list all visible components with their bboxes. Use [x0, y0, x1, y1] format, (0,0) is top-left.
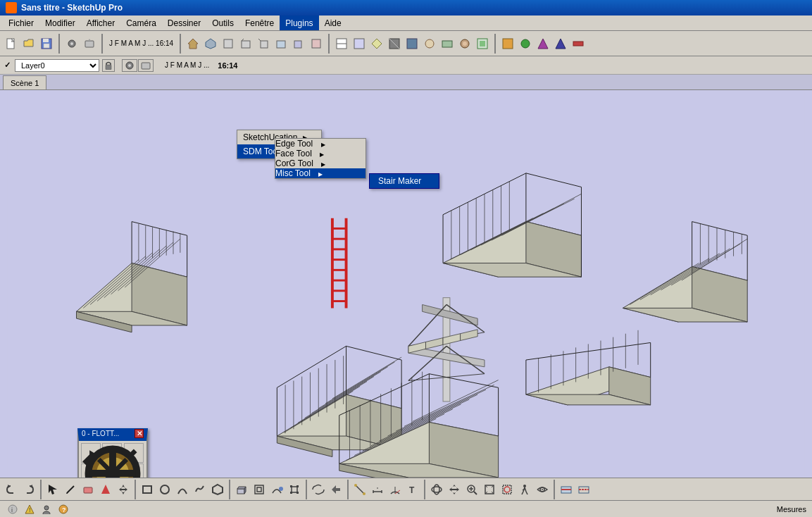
toolbar-view-iso[interactable]	[202, 35, 219, 52]
toolbar-extra-1[interactable]	[499, 35, 516, 52]
sdm-tools-submenu: Edge Tool ▶ Face Tool ▶ CorG Tool ▶ Misc…	[275, 138, 366, 179]
svg-text:T: T	[409, 485, 415, 495]
float-panel-close-btn[interactable]: ✕	[135, 429, 144, 438]
toolbar-open[interactable]	[20, 35, 37, 52]
toolbar-display-4[interactable]	[386, 35, 403, 52]
corg-tool-arrow: ▶	[321, 161, 325, 168]
menu-corg-tool[interactable]: CorG Tool ▶	[275, 158, 366, 168]
btn-scale[interactable]	[286, 481, 303, 498]
btn-lookat[interactable]	[534, 481, 551, 498]
svg-marker-8	[188, 39, 198, 49]
btn-follow[interactable]	[268, 481, 285, 498]
menu-modifier[interactable]: Modifier	[39, 15, 81, 30]
btn-camera-zoom[interactable]	[463, 481, 480, 498]
btn-undo[interactable]	[3, 481, 20, 498]
svg-marker-215	[119, 485, 127, 494]
viewport[interactable]: SketchUcation ▶ SDM Tools ▶ Edge Tool ▶ …	[0, 90, 812, 478]
menu-aide[interactable]: Aide	[319, 15, 347, 30]
toolbar-display-5[interactable]	[404, 35, 420, 52]
svg-text:?: ?	[62, 506, 66, 513]
toolbar-extra-5[interactable]	[570, 35, 587, 52]
btn-offset[interactable]	[251, 481, 268, 498]
svg-rect-219	[237, 489, 244, 494]
toolbar-camera1[interactable]	[63, 35, 80, 52]
toolbar-view-bottom[interactable]	[308, 35, 325, 52]
menu-plugins[interactable]: Plugins	[280, 15, 318, 30]
toolbar-camera2[interactable]	[81, 35, 98, 52]
menu-fichier[interactable]: Fichier	[3, 15, 39, 30]
btn-tape-measure[interactable]	[351, 481, 368, 498]
bottom-sep-7	[554, 480, 555, 499]
time-display: 16:14	[218, 61, 237, 70]
status-icons: i ! ?	[6, 502, 70, 516]
btn-paint[interactable]	[97, 481, 114, 498]
btn-pushpull[interactable]	[233, 481, 250, 498]
toolbar-display-8[interactable]	[456, 35, 473, 52]
btn-walk[interactable]	[516, 481, 533, 498]
menu-face-tool[interactable]: Face Tool ▶	[275, 149, 366, 158]
btn-redo[interactable]	[20, 481, 37, 498]
bottom-sep-5	[347, 480, 349, 499]
tab-scene1[interactable]: Scène 1	[3, 75, 46, 89]
layer-lock-btn[interactable]	[102, 59, 115, 72]
btn-camera-orbit[interactable]	[428, 481, 445, 498]
toolbar-view-home[interactable]	[185, 35, 201, 52]
toolbar-sep-1	[58, 34, 60, 54]
toolbar-display-1[interactable]	[333, 35, 350, 52]
layer-select[interactable]: Layer0	[15, 59, 99, 72]
btn-protractor[interactable]	[387, 481, 404, 498]
toolbar-display-3[interactable]	[368, 35, 385, 52]
toolbar-display-7[interactable]	[439, 35, 456, 52]
svg-point-232	[354, 484, 357, 487]
btn-polygon[interactable]	[209, 481, 226, 498]
status-help-btn[interactable]: ?	[56, 502, 70, 516]
toolbar-view-right[interactable]	[255, 35, 272, 52]
menu-dessiner[interactable]: Dessiner	[162, 15, 206, 30]
btn-flip[interactable]	[327, 481, 344, 498]
btn-rectangle[interactable]	[139, 481, 156, 498]
btn-move[interactable]	[115, 481, 132, 498]
menu-outils[interactable]: Outils	[206, 15, 239, 30]
toolbar-display-2[interactable]	[351, 35, 368, 52]
svg-rect-227	[296, 485, 299, 487]
btn-pencil[interactable]	[62, 481, 79, 498]
toolbar-cam-1[interactable]	[122, 59, 137, 72]
btn-section-display[interactable]	[575, 481, 592, 498]
btn-circle[interactable]	[156, 481, 173, 498]
menu-edge-tool[interactable]: Edge Tool ▶	[275, 139, 366, 149]
menu-camera[interactable]: Caméra	[120, 15, 162, 30]
toolbar-view-back[interactable]	[273, 35, 289, 52]
toolbar-display-6[interactable]	[421, 35, 438, 52]
menu-afficher[interactable]: Afficher	[81, 15, 120, 30]
btn-eraser[interactable]	[80, 481, 96, 498]
btn-rotate[interactable]	[310, 481, 327, 498]
status-user-btn[interactable]	[39, 502, 54, 516]
menu-stair-maker[interactable]: Stair Maker	[370, 174, 439, 188]
menu-misc-tool[interactable]: Misc Tool ▶	[275, 168, 366, 178]
btn-camera-pan[interactable]	[446, 481, 463, 498]
status-warning-btn[interactable]: !	[23, 502, 37, 516]
float-tool-panel: 0 - FLOTT... ✕	[77, 428, 148, 478]
btn-select[interactable]	[44, 481, 61, 498]
toolbar-view-front[interactable]	[237, 35, 254, 52]
toolbar-extra-4[interactable]	[552, 35, 569, 52]
toolbar-new[interactable]	[3, 35, 20, 52]
toolbar-cam-2[interactable]	[138, 59, 154, 72]
svg-point-254	[504, 487, 510, 492]
status-info-btn[interactable]: i	[6, 502, 20, 516]
menu-fenetre[interactable]: Fenêtre	[239, 15, 280, 30]
btn-dimensions[interactable]	[369, 481, 386, 498]
btn-zoom-extents[interactable]	[481, 481, 498, 498]
toolbar-group-extra	[499, 35, 587, 52]
toolbar-extra-3[interactable]	[535, 35, 551, 52]
toolbar-view-top[interactable]	[220, 35, 237, 52]
btn-arc[interactable]	[174, 481, 191, 498]
btn-freehand[interactable]	[192, 481, 208, 498]
toolbar-extra-2[interactable]	[517, 35, 534, 52]
btn-section-cut[interactable]	[558, 481, 575, 498]
toolbar-display-9[interactable]	[474, 35, 491, 52]
btn-zoom-window[interactable]	[499, 481, 516, 498]
btn-text[interactable]: T	[404, 481, 421, 498]
toolbar-view-left[interactable]	[290, 35, 307, 52]
toolbar-save[interactable]	[38, 35, 55, 52]
